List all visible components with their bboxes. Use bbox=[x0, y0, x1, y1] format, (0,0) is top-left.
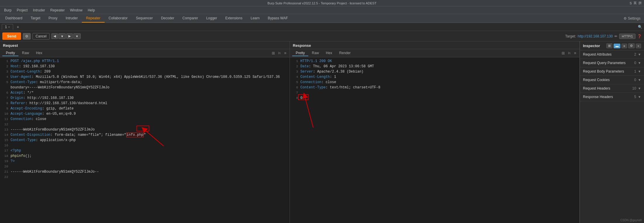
table-row: 21------WebKitFormBoundaryNS1mkQY52ZFIJm… bbox=[0, 169, 290, 174]
tab-repeater[interactable]: Repeater bbox=[82, 14, 104, 23]
line-content: ------WebKitFormBoundaryNS1mkQY52ZFIJmJo bbox=[11, 127, 288, 132]
tab-intruder[interactable]: Intruder bbox=[62, 14, 82, 23]
menu-repeater[interactable]: Repeater bbox=[48, 8, 67, 13]
nav-dropdown-button[interactable]: ▼ bbox=[58, 33, 66, 39]
response-code-area[interactable]: 1HTTP/1.1 200 OK2Date: Thu, 06 Apr 2023 … bbox=[290, 57, 579, 223]
tab-bypass-waf[interactable]: Bypass WAF bbox=[264, 14, 292, 23]
inspector-row-cookies[interactable]: Request Cookies 0 ▼ bbox=[580, 76, 644, 84]
inspector-label-resp-headers: Response Headers bbox=[583, 95, 634, 99]
inspector-row-attributes[interactable]: Request Attributes 2 ▼ bbox=[580, 50, 644, 59]
tab-1-label: 1 bbox=[5, 25, 7, 29]
navtab-right: ⚙ Settings bbox=[624, 14, 643, 23]
settings-button[interactable]: ⚙ Settings bbox=[624, 16, 640, 20]
menu-window[interactable]: Window bbox=[67, 8, 85, 13]
tab-plus[interactable]: + bbox=[14, 24, 21, 30]
search-icon[interactable]: 🔍 bbox=[638, 25, 642, 29]
send-button[interactable]: Send bbox=[2, 32, 21, 40]
line-content: Date: Thu, 06 Apr 2023 13:06:58 GMT bbox=[300, 64, 578, 69]
inspector-list-icon[interactable]: ▬ bbox=[614, 44, 620, 48]
tab-decoder[interactable]: Decoder bbox=[157, 14, 178, 23]
menu-help[interactable]: Help bbox=[85, 8, 97, 13]
table-row: 14Content-Disposition: form-data; name="… bbox=[0, 132, 290, 138]
inspector-row-query-params[interactable]: Request Query Parameters 0 ▼ bbox=[580, 59, 644, 67]
target-version[interactable]: HTTP/1 bbox=[619, 34, 636, 39]
inspector-count-query-params: 0 bbox=[634, 61, 636, 65]
response-menu-icon[interactable]: ≡ bbox=[573, 50, 577, 56]
request-code-area[interactable]: 1POST /ajax.php HTTP/1.12Host: 192.168.1… bbox=[0, 57, 290, 223]
table-row: 17<?php bbox=[0, 148, 290, 153]
tab-target[interactable]: Target bbox=[27, 14, 44, 23]
response-tab-hex[interactable]: Hex bbox=[322, 50, 335, 56]
inspector-label-query-params: Request Query Parameters bbox=[583, 61, 634, 65]
nav-forward-button[interactable]: ▶ bbox=[66, 33, 73, 39]
response-ln-icon[interactable]: ln bbox=[567, 51, 572, 55]
tab-comparer[interactable]: Comparer bbox=[178, 14, 202, 23]
inspector-label-body-params: Request Body Parameters bbox=[583, 69, 634, 73]
inspector-align-icon[interactable]: ≡ bbox=[622, 44, 627, 48]
menu-burp[interactable]: Burp bbox=[2, 8, 14, 13]
nav-forward-dropdown-button[interactable]: ▼ bbox=[73, 33, 81, 39]
tab-sequencer[interactable]: Sequencer bbox=[132, 14, 157, 23]
table-row: 10Accept-Language: en-US,en;q=0.9 bbox=[0, 111, 290, 116]
line-number: 7 bbox=[1, 95, 8, 101]
inspector-settings-icon[interactable]: ⚙ bbox=[628, 43, 635, 48]
tab-learn[interactable]: Learn bbox=[247, 14, 264, 23]
toolbar: Send ⚙ Cancel ◀ ▼ ▶ ▼ Target: http://192… bbox=[0, 31, 644, 42]
target-edit-button[interactable]: ✏ bbox=[614, 34, 617, 38]
response-wrap-icon[interactable]: ⊞ bbox=[561, 50, 566, 56]
tab-dashboard[interactable]: Dashboard bbox=[1, 14, 27, 23]
response-tab-raw[interactable]: Raw bbox=[308, 50, 322, 56]
cancel-button[interactable]: Cancel bbox=[32, 33, 50, 40]
response-tab-render[interactable]: Render bbox=[336, 50, 354, 56]
line-number: 9 bbox=[1, 106, 8, 111]
inspector-row-req-headers[interactable]: Request Headers 10 ▼ bbox=[580, 84, 644, 93]
line-number: 6 bbox=[291, 85, 298, 90]
inspector-chevron-req-headers: ▼ bbox=[638, 87, 641, 90]
line-number: 11 bbox=[1, 116, 8, 122]
line-number: 12 bbox=[1, 122, 8, 127]
line-number: 7 bbox=[291, 90, 298, 95]
table-row: 2Host: 192.168.107.130 bbox=[0, 64, 290, 69]
table-row: 12 bbox=[0, 122, 290, 127]
line-number: 6 bbox=[1, 90, 8, 95]
line-number: 21 bbox=[1, 169, 8, 174]
table-row: 19?> bbox=[0, 159, 290, 164]
tab-extensions[interactable]: Extensions bbox=[221, 14, 247, 23]
inspector-chevron-cookies: ▼ bbox=[638, 78, 641, 82]
line-content: Content-Length: 209 bbox=[11, 69, 288, 74]
table-row: 3Content-Length: 209 bbox=[0, 69, 290, 74]
tab-1-close[interactable]: × bbox=[8, 25, 10, 29]
inspector-close-icon[interactable]: × bbox=[636, 44, 641, 48]
response-tab-pretty[interactable]: Pretty bbox=[292, 50, 308, 56]
nav-back-button[interactable]: ◀ bbox=[51, 33, 58, 39]
request-wrap-icon[interactable]: ⊞ bbox=[271, 50, 276, 56]
menu-intruder[interactable]: Intruder bbox=[31, 8, 47, 13]
inspector-row-resp-headers[interactable]: Response Headers 5 ▼ bbox=[580, 93, 644, 101]
tab-proxy[interactable]: Proxy bbox=[44, 14, 62, 23]
line-content: Connection: close bbox=[11, 116, 288, 122]
tab-logger[interactable]: Logger bbox=[202, 14, 221, 23]
request-menu-icon[interactable]: ≡ bbox=[283, 50, 287, 56]
line-number: 10 bbox=[1, 111, 8, 116]
table-row: 6Accept: */* bbox=[0, 90, 290, 95]
request-tab-raw[interactable]: Raw bbox=[18, 50, 32, 56]
table-row: 8Referer: http://192.168.107.130/dashboa… bbox=[0, 101, 290, 106]
table-row: boundary=----WebKitFormBoundaryNS1mkQY52… bbox=[0, 85, 290, 90]
send-options-button[interactable]: ⚙ bbox=[23, 33, 31, 40]
request-tab-pretty[interactable]: Pretty bbox=[2, 50, 18, 56]
nav-arrows: ◀ ▼ ▶ ▼ bbox=[51, 33, 81, 39]
tab-collaborator[interactable]: Collaborator bbox=[105, 14, 132, 23]
line-content: 0 bbox=[300, 95, 578, 101]
tab-search[interactable]: 🔍 bbox=[638, 25, 642, 29]
request-tab-hex[interactable]: Hex bbox=[32, 50, 46, 56]
inspector-grid-icon[interactable]: ⊞ bbox=[606, 43, 612, 48]
table-row: 6Content-Type: text/html; charset=UTF-8 bbox=[290, 85, 579, 90]
line-number: 2 bbox=[291, 64, 298, 69]
repeater-tab-1[interactable]: 1 × bbox=[2, 24, 13, 30]
main-area: Request Pretty Raw Hex ⊞ ln ≡ 1POST /aja… bbox=[0, 42, 644, 223]
menu-project[interactable]: Project bbox=[14, 8, 30, 13]
table-row: 3Server: Apache/2.4.38 (Debian) bbox=[290, 69, 579, 74]
inspector-row-body-params[interactable]: Request Body Parameters 1 ▼ bbox=[580, 67, 644, 76]
target-help-button[interactable]: ❓ bbox=[637, 34, 642, 38]
request-ln-icon[interactable]: ln bbox=[278, 51, 282, 55]
